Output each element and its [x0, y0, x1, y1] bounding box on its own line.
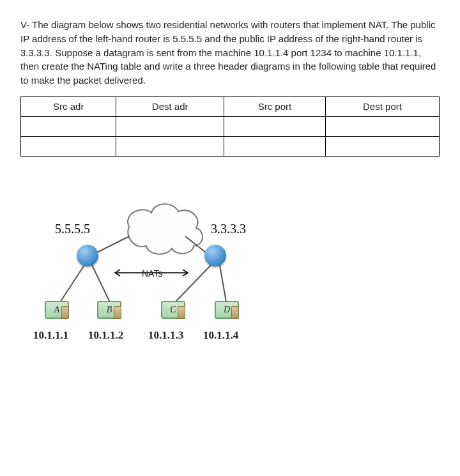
packet-header-table: Src adr Dest adr Src port Dest port	[20, 96, 440, 157]
svg-line-3	[60, 265, 84, 302]
right-router-public-ip: 3.3.3.3	[211, 222, 246, 236]
host-b-ip: 10.1.1.2	[88, 329, 123, 342]
cloud-icon	[128, 204, 203, 254]
svg-line-6	[220, 265, 226, 302]
col-src-port: Src port	[224, 96, 325, 116]
right-router-icon	[204, 245, 226, 266]
host-a-ip: 10.1.1.1	[33, 329, 68, 342]
host-b: B	[97, 301, 121, 319]
left-router-public-ip: 5.5.5.5	[55, 222, 90, 236]
svg-line-5	[175, 265, 211, 302]
host-c-ip: 10.1.1.3	[148, 329, 183, 342]
computer-icon: B	[97, 301, 121, 319]
col-dest-adr: Dest adr	[116, 96, 224, 116]
col-src-adr: Src adr	[21, 96, 116, 116]
nats-link-label: NATs	[142, 268, 162, 279]
table-row	[21, 116, 440, 136]
computer-icon: C	[161, 301, 185, 319]
host-d: D	[215, 301, 239, 319]
network-diagram: 5.5.5.5 3.3.3.3 NATs A 10.1.1.1 B 10.1.1…	[33, 195, 302, 361]
table-row	[21, 136, 440, 156]
svg-line-4	[92, 265, 110, 302]
svg-line-1	[185, 236, 206, 252]
computer-icon: A	[45, 301, 69, 319]
question-text: V- The diagram below shows two residenti…	[20, 18, 440, 88]
left-router-icon	[77, 245, 98, 266]
host-a: A	[45, 301, 69, 319]
host-d-ip: 10.1.1.4	[203, 329, 238, 342]
svg-line-0	[97, 236, 129, 252]
col-dest-port: Dest port	[325, 96, 439, 116]
host-c: C	[161, 301, 185, 319]
computer-icon: D	[215, 301, 239, 319]
